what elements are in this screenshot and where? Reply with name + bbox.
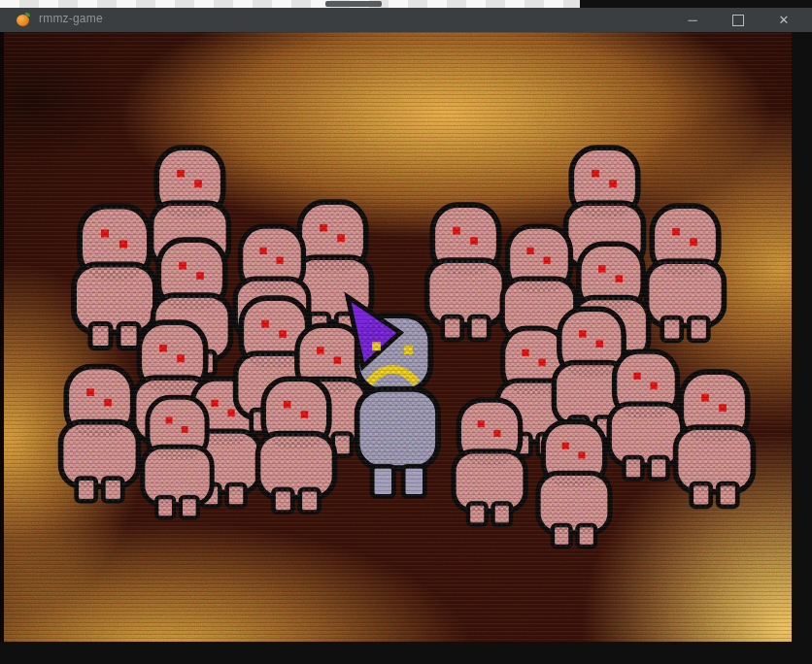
villager-sprite: [61, 367, 139, 502]
maximize-button[interactable]: [724, 8, 753, 32]
game-sprites: [4, 32, 792, 642]
window-controls: ─ ✕: [678, 8, 798, 32]
desktop-screen: rmmz-game ─ ✕: [0, 0, 812, 664]
villager-sprite: [258, 379, 335, 512]
maximize-icon: [732, 15, 744, 26]
background-window-tab: [325, 1, 382, 7]
background-window-strip: [0, 0, 580, 8]
window-title: rmmz-game: [39, 12, 103, 25]
crowd-layer: [61, 148, 754, 547]
letterbox-bottom: [0, 642, 812, 664]
letterbox-right: [792, 32, 812, 664]
background-dark-strip: [580, 0, 812, 8]
rmmz-app-icon: [17, 13, 31, 27]
villager-sprite: [538, 422, 610, 547]
minimize-button[interactable]: ─: [678, 8, 707, 32]
villager-sprite: [676, 372, 754, 507]
close-button[interactable]: ✕: [769, 8, 798, 32]
villager-sprite: [427, 205, 505, 340]
wizard-sprite: [348, 297, 438, 497]
villager-sprite: [74, 207, 155, 349]
villager-sprite: [143, 397, 212, 517]
villager-sprite: [647, 206, 725, 341]
game-viewport[interactable]: [4, 32, 792, 642]
villager-sprite: [609, 351, 683, 479]
window-titlebar[interactable]: rmmz-game ─ ✕: [0, 8, 812, 32]
letterbox-left: [0, 32, 4, 664]
villager-sprite: [454, 400, 525, 524]
